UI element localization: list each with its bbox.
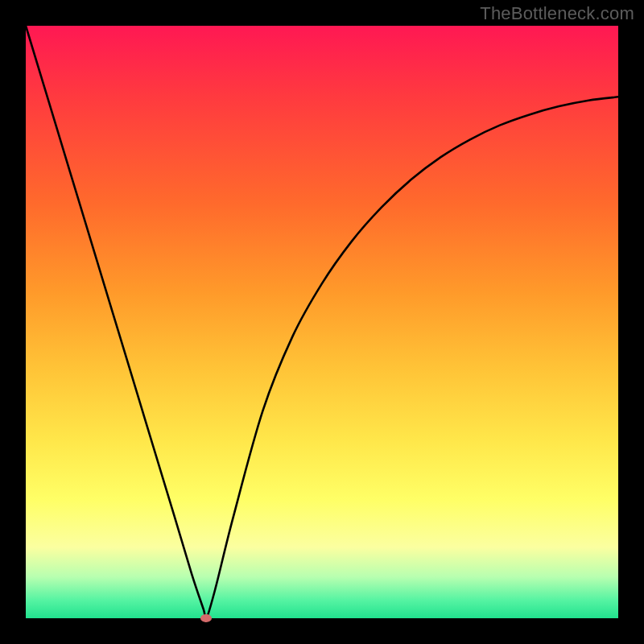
curve-svg xyxy=(26,26,618,618)
bottleneck-curve xyxy=(26,26,618,619)
minimum-marker xyxy=(200,614,212,622)
watermark-text: TheBottleneck.com xyxy=(480,3,634,24)
chart-frame: TheBottleneck.com xyxy=(0,0,644,644)
plot-area xyxy=(26,26,618,618)
